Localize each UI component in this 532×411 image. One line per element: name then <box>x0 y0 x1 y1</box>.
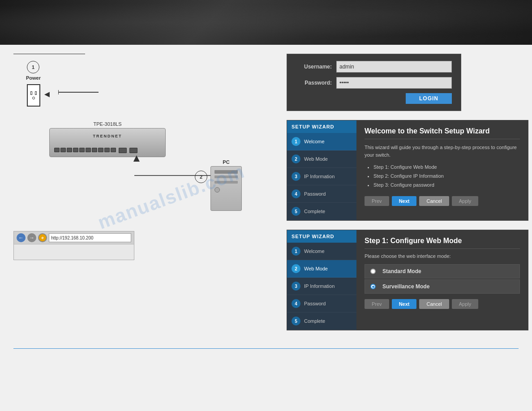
pc-label: PC <box>210 159 242 165</box>
footer-divider <box>13 348 519 349</box>
wizard-welcome-desc: This wizard will guide you through a ste… <box>365 144 520 158</box>
wizard2-nav-welcome[interactable]: 1 Welcome <box>287 243 356 260</box>
wizard-welcome-title: Welcome to the Switch Setup Wizard <box>365 127 520 139</box>
ethernet-up-arrow-icon: ▲ <box>131 152 142 164</box>
webmode-surveillance-option[interactable]: Surveillance Mode <box>365 279 520 294</box>
internet-explorer-icon: e <box>38 233 47 242</box>
wizard-nav-ipinfo[interactable]: 3 IP Information <box>287 168 356 185</box>
pc-tower: PC <box>210 159 242 211</box>
webmode-surveillance-label: Surveillance Mode <box>382 283 429 290</box>
wizard-webmode-title: Step 1: Configure Web Mode <box>365 237 520 249</box>
wizard2-nav-webmode[interactable]: 2 Web Mode <box>287 260 356 278</box>
wizard-step-item: Step 3: Configure password <box>373 181 520 190</box>
browser-back-button[interactable]: ← <box>17 233 26 242</box>
webmode-standard-option[interactable]: Standard Mode <box>365 264 520 278</box>
switch-device: TPE-3018LS TRENDNET <box>49 121 166 157</box>
password-row: Password: <box>296 77 452 89</box>
switch-ports <box>54 148 137 153</box>
nav-label-welcome: Welcome <box>304 139 325 144</box>
nav-circle-5: 5 <box>292 207 300 216</box>
wizard-welcome-sidebar: SETUP WIZARD 1 Welcome 2 Web Mode 3 IP I… <box>287 120 356 220</box>
wizard2-nav-ipinfo[interactable]: 3 IP Information <box>287 278 356 295</box>
webmode-options: Standard Mode Surveillance Mode <box>365 264 520 295</box>
password-input[interactable] <box>336 77 452 89</box>
wizard-nav-complete[interactable]: 5 Complete <box>287 203 356 220</box>
nav-label-password: Password <box>304 191 326 197</box>
step2-circle: 2 <box>195 171 207 183</box>
browser-url-bar[interactable]: http://192.168.10.200 <box>49 233 131 242</box>
webmode-standard-label: Standard Mode <box>382 268 421 274</box>
step1-circle: 1 <box>27 61 39 73</box>
username-row: Username: <box>296 61 452 73</box>
wizard2-nav-circle-3: 3 <box>292 282 300 291</box>
browser-forward-button[interactable]: → <box>27 233 36 242</box>
wizard-nav-welcome[interactable]: 1 Welcome <box>287 133 356 150</box>
wizard-welcome-sidebar-header: SETUP WIZARD <box>287 120 356 133</box>
wizard2-nav-circle-5: 5 <box>292 317 300 325</box>
hardware-diagram-section: 1 Power ◄ TPE-3018LS <box>13 54 273 330</box>
top-divider <box>13 54 85 54</box>
header-banner <box>0 0 532 45</box>
wizard2-nav-label-welcome: Welcome <box>304 248 325 254</box>
nav-circle-1: 1 <box>292 137 300 146</box>
wizard-cancel-button[interactable]: Cancel <box>419 196 449 206</box>
wizard2-nav-label-complete: Complete <box>304 318 325 324</box>
wizard-webmode-sidebar-header: SETUP WIZARD <box>287 230 356 243</box>
power-outlet-icon <box>27 84 40 107</box>
pc-body <box>210 166 242 211</box>
wizard-webmode-buttons: Prev Next Cancel Apply <box>365 299 520 309</box>
nav-label-ipinfo: IP Information <box>304 174 335 179</box>
wizard2-nav-label-webmode: Web Mode <box>304 266 328 271</box>
wizard2-nav-password[interactable]: 4 Password <box>287 295 356 313</box>
browser-toolbar: ← → e http://192.168.10.200 <box>14 231 134 244</box>
wizard2-cancel-button[interactable]: Cancel <box>419 299 449 309</box>
switch-model-label: TPE-3018LS <box>49 121 166 127</box>
wizard-step-item: Step 1: Configure Web Mode <box>373 163 520 172</box>
wizard2-nav-circle-4: 4 <box>292 299 300 308</box>
nav-label-webmode: Web Mode <box>304 156 328 162</box>
wizard-nav-password[interactable]: 4 Password <box>287 185 356 203</box>
wizard-welcome-main: Welcome to the Switch Setup Wizard This … <box>356 120 528 220</box>
wizard2-nav-circle-1: 1 <box>292 247 300 256</box>
wizard-nav-webmode[interactable]: 2 Web Mode <box>287 150 356 168</box>
switch-body: TRENDNET <box>49 128 166 157</box>
wizard-webmode-sidebar: SETUP WIZARD 1 Welcome 2 Web Mode 3 IP I… <box>287 230 356 330</box>
wizard-step-item: Step 2: Configure IP Information <box>373 172 520 181</box>
password-label: Password: <box>296 80 332 86</box>
right-column: Username: Password: LOGIN SETUP WIZARD 1… <box>287 54 528 330</box>
cable-to-switch <box>58 86 103 99</box>
login-panel: Username: Password: LOGIN <box>287 54 461 111</box>
nav-circle-3: 3 <box>292 172 300 181</box>
wizard-webmode-desc: Please choose the web interface mode: <box>365 253 520 259</box>
webmode-surveillance-radio[interactable] <box>370 284 376 289</box>
wizard2-nav-complete[interactable]: 5 Complete <box>287 313 356 330</box>
wizard-webmode-main: Step 1: Configure Web Mode Please choose… <box>356 230 528 330</box>
switch-brand: TRENDNET <box>93 134 122 138</box>
power-label: Power <box>26 75 41 81</box>
wizard-prev-button[interactable]: Prev <box>365 196 389 206</box>
wizard2-nav-circle-2: 2 <box>292 264 300 273</box>
wizard2-next-button[interactable]: Next <box>392 299 417 309</box>
wizard-welcome-buttons: Prev Next Cancel Apply <box>365 196 520 206</box>
login-button[interactable]: LOGIN <box>406 93 452 104</box>
webmode-surveillance-radio-inner <box>372 286 374 288</box>
wizard-next-button[interactable]: Next <box>392 196 417 206</box>
power-arrow-icon: ◄ <box>43 89 51 99</box>
wizard-webmode-panel: SETUP WIZARD 1 Welcome 2 Web Mode 3 IP I… <box>287 230 528 330</box>
wizard2-prev-button[interactable]: Prev <box>365 299 389 309</box>
wizard2-nav-label-password: Password <box>304 301 326 306</box>
hardware-diagram: 1 Power ◄ TPE-3018LS <box>13 61 273 294</box>
nav-label-complete: Complete <box>304 209 325 214</box>
username-label: Username: <box>296 64 332 70</box>
wizard-apply-button[interactable]: Apply <box>452 196 479 206</box>
nav-circle-4: 4 <box>292 189 300 198</box>
browser-screenshot: ← → e http://192.168.10.200 <box>13 231 134 260</box>
wizard2-nav-label-ipinfo: IP Information <box>304 283 335 289</box>
wizard2-apply-button[interactable]: Apply <box>452 299 479 309</box>
login-button-row: LOGIN <box>296 93 452 104</box>
username-input[interactable] <box>336 61 452 73</box>
wizard-welcome-steps-list: Step 1: Configure Web Mode Step 2: Confi… <box>365 163 520 189</box>
nav-circle-2: 2 <box>292 154 300 163</box>
webmode-standard-radio[interactable] <box>370 269 376 274</box>
wizard-welcome-panel: SETUP WIZARD 1 Welcome 2 Web Mode 3 IP I… <box>287 120 528 221</box>
